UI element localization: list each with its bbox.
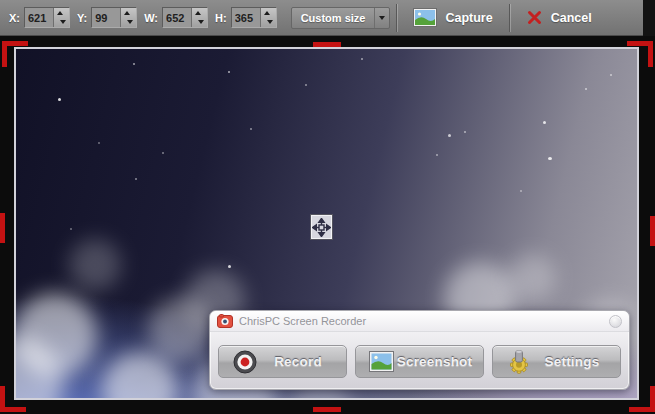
toolbar-end-spacer: [643, 0, 655, 36]
spinner-down-icon[interactable]: [267, 20, 273, 24]
x-input[interactable]: [25, 8, 53, 27]
resize-handle-top-left[interactable]: [2, 41, 7, 67]
w-label: W:: [144, 12, 158, 24]
spinner-up-icon[interactable]: [195, 11, 201, 15]
spinner-down-icon[interactable]: [60, 20, 66, 24]
y-spinner[interactable]: [120, 8, 136, 27]
spinner-up-icon[interactable]: [57, 11, 63, 15]
dropdown-arrow-icon[interactable]: [374, 8, 389, 28]
capture-button-label: Capture: [445, 11, 492, 25]
h-spinner[interactable]: [260, 8, 276, 27]
y-field: [91, 7, 137, 28]
resize-handle-top-right[interactable]: [648, 41, 653, 67]
capture-button[interactable]: Capture: [403, 3, 502, 33]
cancel-button-label: Cancel: [551, 11, 592, 25]
resize-handle-bottom-left[interactable]: [0, 407, 26, 412]
resize-handle-bottom-center[interactable]: [313, 407, 341, 412]
spinner-down-icon[interactable]: [198, 20, 204, 24]
cancel-x-icon: [526, 9, 543, 26]
resize-handle-right-middle[interactable]: [650, 216, 655, 246]
y-label: Y:: [77, 12, 87, 24]
spinner-down-icon[interactable]: [127, 20, 133, 24]
cancel-button[interactable]: Cancel: [516, 3, 602, 33]
capture-toolbar: X: Y: W: H:: [0, 0, 643, 36]
h-input[interactable]: [232, 8, 260, 27]
resize-handle-left-middle[interactable]: [0, 213, 5, 243]
toolbar-divider: [396, 4, 397, 32]
w-spinner[interactable]: [191, 8, 207, 27]
size-preset-value: Custom size: [292, 8, 375, 28]
spinner-up-icon[interactable]: [124, 11, 130, 15]
resize-handle-bottom-right[interactable]: [650, 386, 655, 412]
size-preset-dropdown[interactable]: Custom size: [291, 7, 391, 29]
resize-handle-top-center[interactable]: [313, 42, 341, 47]
x-label: X:: [9, 12, 20, 24]
x-field: [24, 7, 70, 28]
w-input[interactable]: [163, 8, 191, 27]
spinner-up-icon[interactable]: [264, 11, 270, 15]
w-field: [162, 7, 208, 28]
capture-image-icon: [413, 8, 437, 27]
x-spinner[interactable]: [53, 8, 69, 27]
y-input[interactable]: [92, 8, 120, 27]
screen-capture-overlay: X: Y: W: H:: [0, 0, 655, 414]
toolbar-divider: [509, 4, 510, 32]
capture-region-frame: [14, 47, 639, 400]
h-label: H:: [215, 12, 227, 24]
h-field: [231, 7, 277, 28]
